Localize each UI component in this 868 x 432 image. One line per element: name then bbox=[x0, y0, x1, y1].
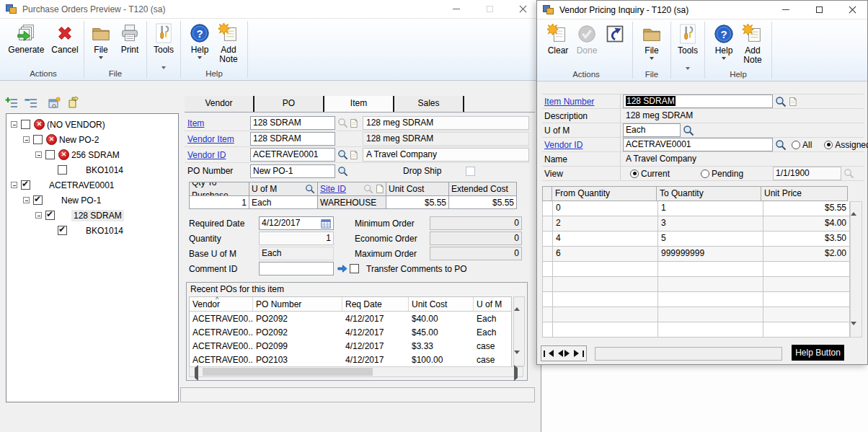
uofm-field[interactable]: Each bbox=[623, 123, 681, 137]
tree-checkbox[interactable] bbox=[33, 195, 43, 205]
generate-button[interactable]: Generate bbox=[5, 21, 47, 55]
pending-radio[interactable] bbox=[701, 169, 709, 178]
lookup-icon[interactable] bbox=[337, 149, 348, 160]
right-titlebar[interactable]: Vendor Pricing Inquiry - T120 (sa) bbox=[537, 1, 867, 19]
redisplay-button[interactable] bbox=[602, 22, 628, 56]
tree-item[interactable]: BKO1014 bbox=[6, 162, 178, 177]
tree-item[interactable]: New PO-1 bbox=[6, 193, 178, 208]
scroll-down-icon[interactable] bbox=[851, 322, 856, 338]
tree-checkbox[interactable] bbox=[33, 135, 43, 144]
tree-item[interactable]: ACETRAVE0001 bbox=[6, 177, 178, 193]
price-row-empty[interactable] bbox=[542, 292, 862, 307]
current-radio-label[interactable]: Current bbox=[641, 169, 670, 179]
tree-expand-all-button[interactable] bbox=[4, 95, 19, 110]
current-radio[interactable] bbox=[630, 169, 639, 178]
item-link[interactable]: Item bbox=[187, 118, 204, 128]
cancel-button[interactable]: Cancel bbox=[48, 21, 81, 55]
all-radio-label[interactable]: All bbox=[802, 140, 812, 150]
recent-col-po-number[interactable]: PO Number bbox=[253, 297, 342, 311]
price-table-vertical-scrollbar[interactable] bbox=[850, 201, 862, 338]
vendor-id-link[interactable]: Vendor ID bbox=[187, 150, 226, 160]
help-button[interactable]: ? Help bbox=[186, 21, 213, 64]
note-icon[interactable] bbox=[376, 184, 384, 194]
comment-expand-arrow-icon[interactable] bbox=[337, 263, 347, 274]
file-button[interactable]: File bbox=[87, 21, 115, 61]
add-note-button[interactable]: Add Note bbox=[739, 22, 766, 65]
scrollbar-thumb[interactable] bbox=[203, 368, 373, 376]
price-row-empty[interactable] bbox=[542, 307, 862, 322]
tab-vendor[interactable]: Vendor bbox=[185, 96, 254, 112]
drop-ship-checkbox[interactable] bbox=[466, 167, 475, 176]
vendor-item-field[interactable]: 128 SDRAM bbox=[250, 132, 335, 146]
note-icon[interactable] bbox=[350, 150, 358, 160]
price-row[interactable]: 45$3.50 bbox=[542, 232, 862, 247]
first-record-button[interactable] bbox=[544, 349, 554, 358]
collapse-node-icon[interactable] bbox=[11, 121, 17, 128]
price-row-empty[interactable] bbox=[542, 277, 862, 292]
comment-id-field[interactable] bbox=[259, 262, 334, 275]
assigned-radio-label[interactable]: Assigned bbox=[835, 140, 868, 150]
recent-pos-table[interactable]: ^Vendor PO Number Req Date Unit Cost U o… bbox=[189, 296, 512, 367]
note-icon[interactable] bbox=[789, 97, 797, 107]
tree-item-selected[interactable]: 128 SDRAM bbox=[6, 208, 178, 223]
lookup-icon[interactable] bbox=[775, 139, 787, 151]
scroll-up-icon[interactable] bbox=[851, 199, 856, 216]
recent-col-req-date[interactable]: Req Date bbox=[342, 297, 409, 311]
minimize-button[interactable] bbox=[775, 2, 797, 18]
tree-move-item-button[interactable] bbox=[67, 95, 81, 110]
tree-item[interactable]: ✕ New PO-2 bbox=[6, 132, 178, 147]
add-note-button[interactable]: Add Note bbox=[215, 21, 242, 64]
tools-group-chevron-icon[interactable] bbox=[686, 67, 690, 81]
recent-col-vendor[interactable]: ^Vendor bbox=[190, 297, 253, 311]
clear-button[interactable]: Clear bbox=[544, 22, 572, 56]
tab-po[interactable]: PO bbox=[254, 96, 324, 112]
maximize-button[interactable] bbox=[479, 1, 500, 17]
tree-item[interactable]: ✕ (NO VENDOR) bbox=[6, 117, 178, 132]
help-button-tooltip[interactable]: Help Button bbox=[792, 345, 844, 361]
close-button[interactable] bbox=[512, 1, 533, 17]
previous-record-button[interactable] bbox=[554, 349, 563, 358]
file-button[interactable]: File bbox=[638, 22, 665, 62]
lookup-icon[interactable] bbox=[305, 184, 315, 194]
unit-price-header[interactable]: Unit Price bbox=[761, 186, 848, 201]
qty-to-purchase-field[interactable]: 1 bbox=[189, 195, 249, 209]
table-row[interactable]: ACETRAVE00...PO20924/12/2017$45.00Each bbox=[190, 325, 511, 339]
transfer-comments-checkbox[interactable] bbox=[350, 264, 359, 273]
calendar-icon[interactable] bbox=[321, 219, 331, 229]
lookup-icon[interactable] bbox=[337, 166, 348, 177]
to-quantity-header[interactable]: To Quantity bbox=[656, 186, 761, 201]
maximize-button[interactable] bbox=[808, 2, 830, 18]
recent-pos-horizontal-scrollbar[interactable] bbox=[189, 366, 523, 377]
vendor-id-field[interactable]: ACETRAVE0001 bbox=[250, 148, 335, 162]
quantity-field[interactable]: 1 bbox=[259, 232, 334, 245]
tree-item[interactable]: ✕ 256 SDRAM bbox=[6, 147, 178, 162]
vendor-id-link[interactable]: Vendor ID bbox=[544, 140, 583, 150]
price-row-empty[interactable] bbox=[542, 262, 862, 277]
last-record-button[interactable] bbox=[574, 349, 584, 358]
minimize-button[interactable] bbox=[446, 1, 467, 17]
all-radio[interactable] bbox=[792, 141, 800, 149]
table-row[interactable]: ACETRAVE00...PO21034/12/2017$100.00case bbox=[190, 353, 511, 366]
assigned-radio[interactable] bbox=[824, 141, 833, 149]
scroll-right-icon[interactable] bbox=[514, 365, 521, 381]
tree-checkbox[interactable] bbox=[21, 180, 30, 190]
collapse-node-icon[interactable] bbox=[11, 182, 17, 188]
left-titlebar[interactable]: Purchase Orders Preview - T120 (sa) bbox=[0, 0, 541, 18]
tree-new-window-button[interactable] bbox=[48, 95, 62, 110]
tree-checkbox[interactable] bbox=[45, 211, 55, 220]
note-icon[interactable] bbox=[350, 118, 358, 128]
tab-item[interactable]: Item bbox=[324, 96, 394, 112]
tools-button[interactable]: Tools bbox=[151, 21, 177, 55]
vendor-item-link[interactable]: Vendor Item bbox=[187, 134, 234, 144]
tools-group-chevron-icon[interactable] bbox=[161, 66, 166, 80]
unit-cost-field[interactable]: $5.55 bbox=[386, 195, 449, 209]
uofm-field[interactable]: Each bbox=[249, 195, 318, 209]
price-row[interactable]: 6999999999$2.00 bbox=[542, 247, 862, 262]
tools-button[interactable]: Tools bbox=[675, 22, 701, 56]
lookup-icon[interactable] bbox=[683, 125, 694, 136]
site-id-field[interactable]: WAREHOUSE bbox=[317, 195, 386, 209]
required-date-field[interactable]: 4/12/2017 bbox=[259, 216, 334, 230]
pending-radio-label[interactable]: Pending bbox=[712, 169, 743, 179]
scroll-up-icon[interactable] bbox=[514, 294, 520, 311]
lookup-icon[interactable] bbox=[775, 96, 787, 107]
